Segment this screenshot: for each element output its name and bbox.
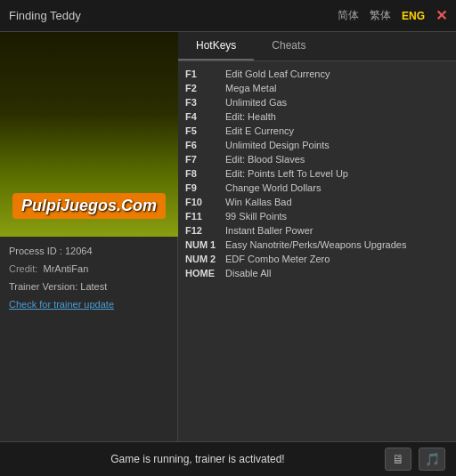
hotkey-row: F2Mega Metal [185, 81, 449, 95]
game-image: Finding Teddy PulpiJuegos.Com [0, 32, 178, 237]
hotkey-row: F1199 Skill Points [185, 209, 449, 223]
bottom-icons: 🖥 🎵 [385, 448, 445, 471]
credit-row: Credit: MrAntiFan [9, 263, 168, 274]
credit-value: MrAntiFan [44, 263, 89, 274]
hotkey-key: F1 [185, 69, 225, 79]
hotkey-description: Unlimited Design Points [225, 140, 330, 150]
hotkey-key: F11 [185, 211, 225, 222]
hotkey-key: F6 [185, 140, 225, 150]
hotkey-description: Easy Nanotrite/Perks/Weapons Upgrades [225, 239, 406, 250]
hotkey-description: Disable All [225, 268, 271, 278]
hotkey-row: NUM 2EDF Combo Meter Zero [185, 252, 449, 266]
lang-traditional[interactable]: 繁体 [370, 8, 391, 23]
hotkey-row: F10Win Kallas Bad [185, 195, 449, 209]
hotkey-description: Change World Dollars [225, 182, 321, 193]
process-id-row: Process ID : 12064 [9, 246, 168, 256]
hotkey-row: F8Edit: Points Left To Level Up [185, 166, 449, 181]
hotkey-row: HOMEDisable All [185, 266, 449, 280]
monitor-icon[interactable]: 🖥 [385, 448, 411, 471]
hotkey-key: F5 [185, 125, 225, 136]
tab-hotkeys[interactable]: HotKeys [178, 32, 254, 61]
hotkey-row: F3Unlimited Gas [185, 95, 449, 109]
hotkey-key: NUM 2 [185, 254, 225, 264]
hotkey-row: F7Edit: Blood Slaves [185, 152, 449, 166]
left-panel: Finding Teddy PulpiJuegos.Com Process ID… [0, 32, 178, 441]
hotkey-key: F2 [185, 83, 225, 93]
hotkey-row: F6Unlimited Design Points [185, 138, 449, 152]
hotkey-key: NUM 1 [185, 239, 225, 250]
close-button[interactable]: ✕ [436, 7, 447, 24]
main-content: Finding Teddy PulpiJuegos.Com Process ID… [0, 32, 456, 441]
language-bar: 简体 繁体 ENG ✕ [338, 7, 447, 24]
hotkey-row: F9Change World Dollars [185, 181, 449, 195]
hotkey-key: F3 [185, 97, 225, 108]
hotkey-row: F1Edit Gold Leaf Currency [185, 67, 449, 81]
check-update-link[interactable]: Check for trainer update [9, 299, 114, 310]
hotkey-key: F8 [185, 168, 225, 179]
trainer-version-label: Trainer Version: Latest [9, 281, 107, 292]
hotkey-row: F4Edit: Health [185, 109, 449, 124]
hotkey-description: Win Kallas Bad [225, 197, 292, 207]
hotkey-description: Unlimited Gas [225, 97, 287, 108]
bottom-bar: Game is running, trainer is activated! 🖥… [0, 441, 456, 476]
hotkey-row: F12Instant Baller Power [185, 223, 449, 238]
hotkey-key: F4 [185, 111, 225, 122]
lang-simplified[interactable]: 简体 [338, 8, 359, 23]
hotkey-description: Instant Baller Power [225, 225, 313, 236]
hotkey-description: Edit E Currency [225, 125, 294, 136]
trainer-version-row: Trainer Version: Latest [9, 281, 168, 292]
hotkey-row: F5Edit E Currency [185, 124, 449, 138]
tab-cheats[interactable]: Cheats [254, 32, 323, 61]
hotkey-key: F7 [185, 154, 225, 165]
music-icon[interactable]: 🎵 [419, 448, 445, 471]
app-title: Finding Teddy [9, 9, 338, 22]
status-message: Game is running, trainer is activated! [11, 453, 385, 465]
update-link-row: Check for trainer update [9, 299, 168, 310]
info-panel: Process ID : 12064 Credit: MrAntiFan Tra… [0, 237, 177, 441]
hotkey-row: NUM 1Easy Nanotrite/Perks/Weapons Upgrad… [185, 238, 449, 252]
hotkey-description: Edit Gold Leaf Currency [225, 69, 330, 79]
credit-label: Credit: [9, 263, 37, 274]
hotkey-description: Edit: Health [225, 111, 276, 122]
process-id-label: Process ID : 12064 [9, 246, 93, 256]
hotkey-key: F12 [185, 225, 225, 236]
hotkey-key: HOME [185, 268, 225, 278]
watermark: PulpiJuegos.Com [12, 193, 166, 219]
hotkey-description: 99 Skill Points [225, 211, 287, 222]
right-panel: HotKeys Cheats F1Edit Gold Leaf Currency… [178, 32, 456, 441]
tabs-bar: HotKeys Cheats [178, 32, 456, 61]
lang-english[interactable]: ENG [402, 10, 425, 22]
hotkey-description: EDF Combo Meter Zero [225, 254, 330, 264]
hotkey-description: Edit: Points Left To Level Up [225, 168, 348, 179]
hotkey-key: F9 [185, 182, 225, 193]
hotkeys-list: F1Edit Gold Leaf CurrencyF2Mega MetalF3U… [178, 61, 456, 441]
title-bar: Finding Teddy 简体 繁体 ENG ✕ [0, 0, 456, 32]
hotkey-description: Edit: Blood Slaves [225, 154, 305, 165]
hotkey-description: Mega Metal [225, 83, 276, 93]
hotkey-key: F10 [185, 197, 225, 207]
